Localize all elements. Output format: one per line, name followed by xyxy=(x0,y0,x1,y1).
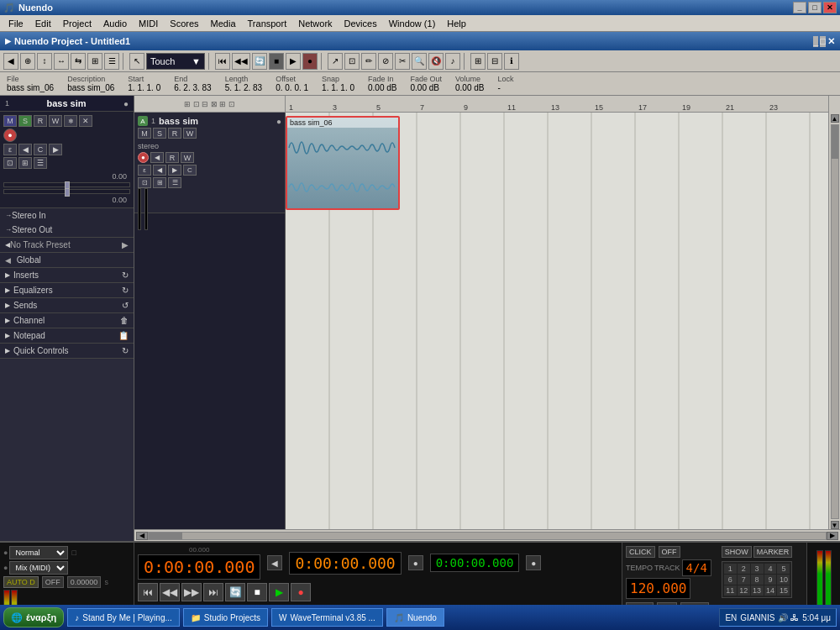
arrange-area[interactable]: bass sim_06 xyxy=(286,113,828,529)
track-fx1-btn[interactable]: ε xyxy=(138,165,151,176)
track-w-btn[interactable]: W xyxy=(181,152,194,163)
track-mode3-btn[interactable]: ☰ xyxy=(168,177,181,188)
toolbar-zoom-btn[interactable]: 🔍 xyxy=(412,53,427,70)
show-btn[interactable]: SHOW xyxy=(722,546,752,558)
menu-midi[interactable]: MIDI xyxy=(134,17,163,30)
transport-rewind-btn[interactable]: ⏮ xyxy=(215,53,230,70)
ins-btn-a[interactable]: ⊡ xyxy=(3,157,17,169)
toolbar-mute-btn[interactable]: 🔇 xyxy=(428,53,444,70)
marker-2[interactable]: 2 xyxy=(738,564,750,574)
track-read-btn[interactable]: R xyxy=(168,128,181,139)
marker-9[interactable]: 9 xyxy=(764,575,777,585)
notepad-section[interactable]: ▶ Notepad 📋 xyxy=(0,328,134,344)
pan-fader[interactable] xyxy=(3,189,130,194)
sends-section[interactable]: ▶ Sends ↺ xyxy=(0,298,134,313)
toolbar-btn-2[interactable]: ⊕ xyxy=(20,53,35,70)
transport-rec-main[interactable]: ● xyxy=(291,583,311,601)
track-mute-btn[interactable]: M xyxy=(138,128,151,139)
track-solo-btn[interactable]: S xyxy=(153,128,166,139)
time-sig-display[interactable]: 4/4 xyxy=(682,559,711,576)
transport-prev-btn[interactable]: ◀◀ xyxy=(232,53,250,70)
transport-rec-tb-btn[interactable]: ● xyxy=(302,53,318,70)
track-mode1-btn[interactable]: ⊡ xyxy=(138,177,151,188)
toolbar-range-btn[interactable]: ⊡ xyxy=(344,53,360,70)
track-mode2-btn[interactable]: ⊞ xyxy=(153,177,166,188)
track-monitor-btn[interactable]: ◀ xyxy=(150,152,164,163)
project-minimize-button[interactable]: _ xyxy=(813,36,818,47)
close-button[interactable]: ✕ xyxy=(823,2,837,13)
toolbar-split-btn[interactable]: ✂ xyxy=(395,53,410,70)
toolbar-btn-7[interactable]: ☰ xyxy=(104,53,119,70)
marker-btn[interactable]: MARKER xyxy=(753,546,793,558)
transport-ff-main[interactable]: ▶▶ xyxy=(181,583,202,601)
taskbar-item-3[interactable]: 🎵 Nuendo xyxy=(386,608,444,627)
vscroll-up-btn[interactable]: ▲ xyxy=(831,114,839,123)
ins-btn-c[interactable]: C xyxy=(34,144,47,155)
transport-mode-select[interactable]: Normal xyxy=(9,546,68,559)
marker-15[interactable]: 15 xyxy=(777,585,790,596)
inspector-expand-icon[interactable]: ● xyxy=(123,99,129,108)
ins-btn-b[interactable]: ⊞ xyxy=(18,157,32,169)
ins-solo-btn[interactable]: S xyxy=(18,115,32,127)
ins-btn-c2[interactable]: ☰ xyxy=(34,157,47,169)
toolbar-snap-btn[interactable]: ⊞ xyxy=(470,53,486,70)
track-rec-btn[interactable]: ● xyxy=(138,152,149,163)
touch-mode-dropdown[interactable]: Touch ▼ xyxy=(146,53,205,70)
vertical-scrollbar[interactable]: ▲ ▼ xyxy=(828,113,840,529)
menu-network[interactable]: Network xyxy=(293,17,337,30)
track-fx2-btn[interactable]: ◀ xyxy=(153,165,166,176)
track-r-btn[interactable]: R xyxy=(165,152,179,163)
channel-section[interactable]: ▶ Channel 🗑 xyxy=(0,313,134,328)
ins-read-btn[interactable]: R xyxy=(34,115,47,127)
marker-14[interactable]: 14 xyxy=(764,585,777,596)
auto-d-btn[interactable]: AUTO D xyxy=(3,576,39,588)
ins-lock-btn[interactable]: ✕ xyxy=(79,115,92,127)
inspector-routing[interactable]: → Stereo In → Stereo Out xyxy=(0,208,134,238)
transport-loop-btn[interactable]: 🔄 xyxy=(252,53,267,70)
toolbar-btn-4[interactable]: ↔ xyxy=(54,53,69,70)
toolbar-btn-5[interactable]: ⇆ xyxy=(71,53,86,70)
transport-mini-btn3[interactable]: ● xyxy=(526,555,541,570)
toolbar-info-btn[interactable]: ℹ xyxy=(504,53,519,70)
menu-audio[interactable]: Audio xyxy=(98,17,132,30)
marker-8[interactable]: 8 xyxy=(751,575,764,585)
toolbar-select-btn[interactable]: ↗ xyxy=(328,53,343,70)
track-fx3-btn[interactable]: ▶ xyxy=(168,165,181,176)
menu-file[interactable]: File xyxy=(3,17,29,30)
toolbar-grid-btn[interactable]: ⊟ xyxy=(487,53,502,70)
menu-window[interactable]: Window (1) xyxy=(384,17,441,30)
marker-12[interactable]: 12 xyxy=(738,585,750,596)
hscroll-right-btn[interactable]: ▶ xyxy=(827,532,838,540)
inserts-section[interactable]: ▶ Inserts ↻ xyxy=(0,268,134,283)
transport-stop-tb-btn[interactable]: ■ xyxy=(269,53,284,70)
ins-btn-right[interactable]: ▶ xyxy=(49,144,62,155)
toolbar-btn-6[interactable]: ⊞ xyxy=(87,53,102,70)
hscroll-track[interactable] xyxy=(148,532,827,540)
marker-4[interactable]: 4 xyxy=(764,564,777,574)
hscroll-left-btn[interactable]: ◀ xyxy=(136,532,148,540)
track-preset-section[interactable]: ◀ No Track Preset ▶ xyxy=(0,238,134,253)
toolbar-draw-btn[interactable]: ✏ xyxy=(361,53,376,70)
off-btn[interactable]: OFF xyxy=(42,576,64,588)
transport-mini-btn1[interactable]: ◀ xyxy=(267,555,282,570)
taskbar-item-1[interactable]: 📁 Studio Projects xyxy=(183,608,268,627)
ins-rec-btn[interactable]: ● xyxy=(3,129,17,142)
maximize-button[interactable]: □ xyxy=(808,2,822,13)
vscroll-track[interactable] xyxy=(831,124,839,519)
toolbar-btn-1[interactable]: ◀ xyxy=(3,53,18,70)
track-fx4-btn[interactable]: C xyxy=(183,165,197,176)
global-section[interactable]: ◀ Global xyxy=(0,253,134,268)
menu-help[interactable]: Help xyxy=(442,17,471,30)
toolbar-listen-btn[interactable]: ♪ xyxy=(445,53,460,70)
horizontal-scrollbar[interactable]: ◀ ▶ xyxy=(134,529,840,541)
marker-1[interactable]: 1 xyxy=(724,564,737,574)
ins-freeze-btn[interactable]: ❄ xyxy=(64,115,77,127)
transport-play-tb-btn[interactable]: ▶ xyxy=(286,53,301,70)
click-btn[interactable]: CLICK xyxy=(626,546,655,558)
vscroll-down-btn[interactable]: ▼ xyxy=(831,521,839,529)
ins-mute-btn[interactable]: M xyxy=(3,115,17,127)
marker-6[interactable]: 6 xyxy=(724,575,737,585)
toolbar-cursor-btn[interactable]: ↖ xyxy=(129,53,144,70)
marker-13[interactable]: 13 xyxy=(751,585,764,596)
project-maximize-button[interactable]: □ xyxy=(820,36,826,47)
